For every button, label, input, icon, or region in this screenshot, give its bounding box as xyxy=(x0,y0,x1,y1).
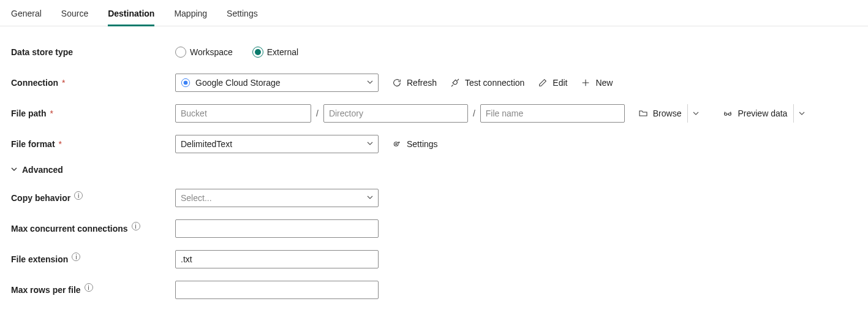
new-button[interactable]: New xyxy=(581,78,613,88)
required-marker: * xyxy=(50,108,53,118)
radio-indicator xyxy=(175,47,186,58)
radio-label: External xyxy=(267,47,298,57)
test-connection-label: Test connection xyxy=(465,78,524,88)
row-max-conn: Max concurrent connections i xyxy=(11,219,857,238)
plug-icon xyxy=(450,78,460,88)
info-icon[interactable]: i xyxy=(72,253,80,261)
radio-label: Workspace xyxy=(190,47,233,57)
preview-data-label: Preview data xyxy=(738,108,787,118)
directory-input[interactable] xyxy=(329,105,462,122)
tab-source[interactable]: Source xyxy=(61,5,88,26)
row-file-path: File path * / / Browse xyxy=(11,104,857,123)
radio-indicator xyxy=(252,47,263,58)
browse-dropdown[interactable] xyxy=(687,104,703,123)
filename-input[interactable] xyxy=(486,105,619,122)
new-label: New xyxy=(595,78,613,88)
bucket-input[interactable] xyxy=(181,105,306,122)
tab-bar: General Source Destination Mapping Setti… xyxy=(0,0,868,26)
label-max-conn: Max concurrent connections i xyxy=(11,224,175,234)
label-connection: Connection * xyxy=(11,78,175,88)
format-settings-label: Settings xyxy=(407,139,438,149)
gcs-icon xyxy=(181,78,191,88)
plus-icon xyxy=(581,78,591,88)
refresh-label: Refresh xyxy=(407,78,437,88)
file-ext-field-wrap xyxy=(175,250,379,268)
row-copy-behavior: Copy behavior i Select... xyxy=(11,188,857,208)
chevron-down-icon xyxy=(367,194,373,202)
edit-label: Edit xyxy=(553,78,567,88)
connection-select[interactable]: Google Cloud Storage xyxy=(175,74,379,92)
test-connection-button[interactable]: Test connection xyxy=(450,78,524,88)
max-conn-input[interactable] xyxy=(181,220,373,237)
info-icon[interactable]: i xyxy=(74,191,83,200)
label-copy-behavior-text: Copy behavior xyxy=(11,193,70,203)
label-file-format: File format * xyxy=(11,139,175,149)
browse-button[interactable]: Browse xyxy=(638,108,682,118)
max-rows-field-wrap xyxy=(175,281,379,299)
row-file-ext: File extension i xyxy=(11,249,857,269)
path-separator: / xyxy=(473,108,475,118)
tab-mapping[interactable]: Mapping xyxy=(174,5,207,26)
chevron-down-icon xyxy=(367,140,373,148)
browse-label: Browse xyxy=(653,108,682,118)
label-file-ext: File extension i xyxy=(11,254,175,264)
label-max-rows: Max rows per file i xyxy=(11,285,175,295)
label-copy-behavior: Copy behavior i xyxy=(11,193,175,203)
directory-field-wrap xyxy=(323,104,468,123)
required-marker: * xyxy=(62,78,65,88)
radio-workspace[interactable]: Workspace xyxy=(175,47,233,58)
folder-icon xyxy=(638,108,648,118)
label-file-path: File path * xyxy=(11,108,175,118)
preview-data-button[interactable]: Preview data xyxy=(723,108,787,118)
advanced-toggle[interactable]: Advanced xyxy=(11,165,857,175)
chevron-down-icon xyxy=(367,78,373,87)
edit-button[interactable]: Edit xyxy=(538,78,567,88)
refresh-icon xyxy=(392,78,402,88)
max-rows-input[interactable] xyxy=(181,281,373,298)
info-icon[interactable]: i xyxy=(132,222,140,230)
path-separator: / xyxy=(316,108,319,118)
advanced-label: Advanced xyxy=(22,165,63,175)
tab-destination[interactable]: Destination xyxy=(108,5,154,26)
pencil-icon xyxy=(538,78,548,88)
preview-data-dropdown[interactable] xyxy=(793,104,809,123)
row-max-rows: Max rows per file i xyxy=(11,280,857,300)
label-connection-text: Connection xyxy=(11,78,58,88)
tab-general[interactable]: General xyxy=(11,5,42,26)
file-ext-input[interactable] xyxy=(181,251,373,268)
svg-point-5 xyxy=(396,143,397,145)
connection-value: Google Cloud Storage xyxy=(195,78,281,88)
radio-external[interactable]: External xyxy=(252,47,298,58)
label-max-rows-text: Max rows per file xyxy=(11,285,81,295)
row-connection: Connection * Google Cloud Storage xyxy=(11,73,857,93)
chevron-down-icon xyxy=(11,165,17,174)
tab-settings[interactable]: Settings xyxy=(227,5,258,26)
filename-field-wrap xyxy=(480,104,625,123)
svg-point-0 xyxy=(184,81,188,85)
file-format-select[interactable]: DelimitedText xyxy=(175,135,379,153)
refresh-button[interactable]: Refresh xyxy=(392,78,437,88)
label-max-conn-text: Max concurrent connections xyxy=(11,224,128,234)
label-file-path-text: File path xyxy=(11,108,47,118)
copy-behavior-placeholder: Select... xyxy=(181,193,212,203)
format-settings-button[interactable]: Settings xyxy=(392,139,438,149)
gear-plus-icon xyxy=(392,139,402,149)
copy-behavior-select[interactable]: Select... xyxy=(175,189,379,207)
file-format-value: DelimitedText xyxy=(181,139,232,149)
row-file-format: File format * DelimitedText Settings xyxy=(11,134,857,154)
required-marker: * xyxy=(59,139,62,149)
row-data-store-type: Data store type Workspace External xyxy=(11,42,857,62)
destination-form: Data store type Workspace External Conne… xyxy=(0,26,868,323)
label-data-store-type: Data store type xyxy=(11,47,175,57)
label-file-format-text: File format xyxy=(11,139,55,149)
label-file-ext-text: File extension xyxy=(11,254,68,264)
bucket-field-wrap xyxy=(175,104,311,123)
max-conn-field-wrap xyxy=(175,219,379,238)
svg-point-4 xyxy=(394,142,398,146)
info-icon[interactable]: i xyxy=(85,283,93,292)
glasses-icon xyxy=(723,108,733,118)
